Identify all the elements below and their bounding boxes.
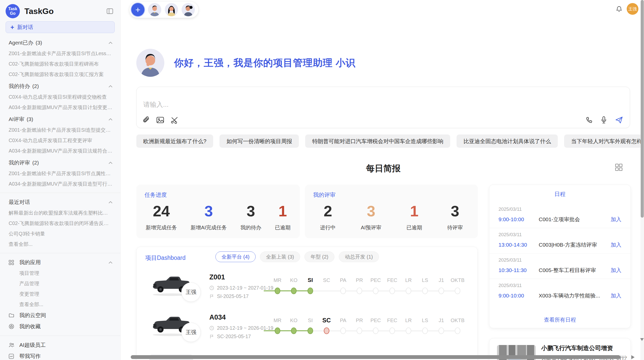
chevron-up-icon[interactable] [108, 41, 113, 44]
list-item[interactable]: C0X4-动力总成开发项目工程变更评审 [0, 135, 120, 146]
section-title: 最近对话 [9, 199, 30, 206]
add-agent-button[interactable]: + [131, 3, 144, 16]
dashboard-title: 项目Dashboard [145, 254, 186, 262]
flag-icon [209, 294, 214, 299]
ai-super-staff-label: AI超级员工 [19, 341, 46, 349]
suggestion-chip[interactable]: 比亚迪全固态电池计划具体说了什么 [457, 134, 558, 148]
list-item[interactable]: Z001-全新燃油皮卡产品开发项目SI节点Lesson Learn报告 [0, 48, 120, 59]
sidebar-item-favorites[interactable]: 我的收藏 [0, 321, 120, 332]
attachment-icon[interactable] [143, 116, 150, 124]
section-count: (2) [32, 160, 39, 166]
project-milestone: SI-2025-05-17 [209, 293, 249, 299]
stats-row: 2 进行中 3 AI预评审 1 已逾期 3 待评审 [308, 200, 475, 234]
logo-line1: Task [8, 7, 17, 11]
list-item[interactable]: A034-全新新能源MUV产品开发项目造型可行性评审 [0, 179, 120, 189]
milestone-dot [357, 288, 362, 294]
layout-grid-icon[interactable] [615, 163, 623, 171]
tab-new-platform[interactable]: 全新平台 (4) [215, 251, 256, 262]
collapse-sidebar-icon[interactable] [106, 7, 114, 15]
view-all-schedule-link[interactable]: 查看所有日程 [489, 316, 631, 323]
project-dashboard-card: 项目Dashboard 全新平台 (4) 全新上装 (3) 年型 (2) 动总开… [136, 247, 478, 360]
list-item[interactable]: C02-飞腾新能源轻客改款项目立项汇报方案 [0, 69, 120, 80]
stat-value: 3 [447, 204, 463, 219]
scroll-right-arrow-icon[interactable] [631, 355, 635, 359]
stats-row: 24 新增完成任务 3 新增AI完成任务 3 我的待办 1 已逾期 [139, 200, 297, 234]
flag-icon [209, 334, 214, 339]
section-header-recent-chats[interactable]: 最近对话 [0, 197, 120, 208]
agent-avatar-2[interactable] [165, 3, 178, 16]
send-icon[interactable] [615, 116, 623, 124]
tab-new-body[interactable]: 全新上装 (3) [260, 251, 300, 262]
stage-label: OKTB [446, 277, 469, 283]
apps-grid-icon [9, 260, 15, 265]
list-item[interactable]: C02-飞腾新能源轻客改款项目的闭环通告反馈情况 [0, 218, 120, 229]
horizontal-scrollbar[interactable] [131, 355, 620, 359]
suggestion-chip[interactable]: 欧洲新规最近颁布了什么? [136, 134, 213, 148]
section-header-agent-done[interactable]: Agent已办 (3) [0, 37, 120, 48]
cloud-space-icon [9, 313, 15, 318]
chevron-up-icon[interactable] [108, 118, 113, 121]
news-title: 小鹏飞行汽车制造公司增资 [541, 344, 625, 352]
suggestion-chip[interactable]: 特朗普可能对进口汽车增税会对中国车企造成哪些影响 [305, 134, 450, 148]
list-item[interactable]: 解释最新出台的欧盟报废车法规再生塑料比例被调至15%... [0, 208, 120, 218]
chevron-up-icon[interactable] [108, 161, 113, 164]
phone-icon[interactable] [586, 116, 593, 124]
chevron-up-icon[interactable] [108, 261, 113, 264]
join-button[interactable]: 加入 [611, 267, 621, 274]
scroll-down-arrow-icon[interactable] [640, 338, 644, 341]
join-button[interactable]: 加入 [611, 216, 621, 223]
clock-icon [209, 286, 214, 290]
app-root: Task Go TaskGo + 新对话 Agent已办 (3) Z001-全新… [0, 0, 644, 360]
agent-avatar-3[interactable] [182, 3, 195, 16]
sidebar-item-ai-super-staff[interactable]: AI超级员工 [0, 339, 120, 351]
scissors-icon[interactable] [171, 116, 178, 124]
list-item[interactable]: C02-飞腾新能源轻客改款项目里程碑画布 [0, 59, 120, 69]
tab-model-year[interactable]: 年型 (2) [304, 251, 334, 262]
sidebar-item-change-mgmt[interactable]: 变更管理 [0, 289, 120, 299]
milestone-track-pending [310, 291, 458, 291]
microphone-icon[interactable] [600, 116, 607, 124]
milestone-dot-current [308, 288, 313, 294]
section-header-my-review[interactable]: 我的评审 (2) [0, 157, 120, 168]
tab-powertrain[interactable]: 动总开发 (1) [339, 251, 379, 262]
stat-value: 3 [240, 204, 261, 219]
sidebar-item-my-apps[interactable]: 我的应用 [0, 257, 120, 268]
chat-composer[interactable]: 请输入... [136, 87, 630, 128]
view-all-chats-link[interactable]: 查看全部... [0, 239, 120, 249]
chevron-up-icon[interactable] [108, 85, 113, 88]
join-button[interactable]: 加入 [611, 241, 621, 248]
chevron-up-icon[interactable] [108, 201, 113, 204]
sidebar-item-cloud-space[interactable]: 我的云空间 [0, 310, 120, 321]
join-button[interactable]: 加入 [611, 292, 621, 299]
plus-icon: + [10, 24, 14, 31]
new-chat-button[interactable]: + 新对话 [6, 21, 115, 33]
list-item[interactable]: 公司Q3轻卡销量 [0, 229, 120, 239]
suggestion-chip[interactable]: 当下年轻人对汽车外观有怎样的喜好趋势 [564, 134, 644, 148]
agent-avatar-1[interactable] [148, 3, 161, 16]
milestone-dot [340, 288, 346, 294]
event-date: 2025/03/11 [499, 232, 621, 237]
section-header-ai-review[interactable]: AI评审 (3) [0, 114, 120, 125]
vertical-scrollbar-track[interactable] [640, 0, 644, 360]
list-item[interactable]: C0X4-动力总成开发项目SI里程碑提交物检查 [0, 92, 120, 102]
sidebar-item-project-mgmt[interactable]: 项目管理 [0, 268, 120, 278]
event-date: 2025/03/11 [499, 257, 621, 263]
list-item[interactable]: Z001-全新燃油轻卡产品开发项目SI节点属性5D文件评审 [0, 168, 120, 179]
event-title: C001-立项审批会 [539, 216, 611, 223]
suggestion-chip[interactable]: 如何写一份清晰的项目周报 [219, 134, 299, 148]
section-header-my-todo[interactable]: 我的待办 (2) [0, 81, 120, 92]
image-icon[interactable] [156, 116, 164, 124]
notification-bell-icon[interactable] [616, 6, 623, 13]
user-avatar[interactable]: 王强 [627, 3, 638, 15]
stat-ai-prereview: 3 AI预评审 [361, 204, 381, 231]
list-item[interactable]: Z001-全新燃油轻卡产品开发项目SI造型提交物评审 [0, 125, 120, 135]
list-item[interactable]: A034-全新新能源MUV产品开发项目法规符合性评审 [0, 146, 120, 156]
sidebar-item-help-me-write[interactable]: 帮我写作 [0, 351, 120, 360]
vertical-scrollbar[interactable] [641, 0, 644, 218]
view-all-apps-link[interactable]: 查看全部... [0, 299, 120, 310]
app-logo: Task Go [6, 4, 20, 18]
stat-label: 进行中 [320, 224, 336, 231]
sidebar-item-product-mgmt[interactable]: 产品管理 [0, 278, 120, 289]
milestone-dot [373, 327, 378, 334]
list-item[interactable]: A034-全新新能源MUV产品开发项目计划变更表编写 [0, 102, 120, 113]
